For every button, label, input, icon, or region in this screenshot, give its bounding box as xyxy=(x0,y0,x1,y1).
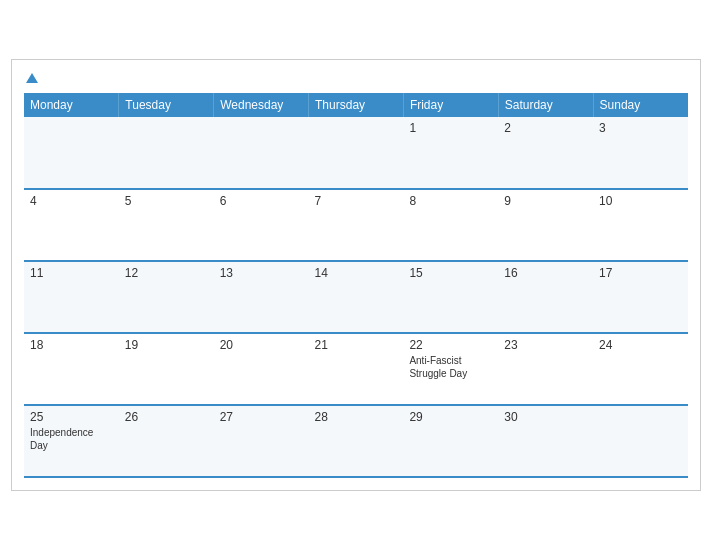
day-number: 24 xyxy=(599,338,682,352)
calendar-cell: 15 xyxy=(403,261,498,333)
day-number: 29 xyxy=(409,410,492,424)
calendar-cell: 5 xyxy=(119,189,214,261)
day-number: 8 xyxy=(409,194,492,208)
weekday-header-tuesday: Tuesday xyxy=(119,93,214,117)
calendar-cell xyxy=(593,405,688,477)
calendar-cell: 8 xyxy=(403,189,498,261)
calendar-cell: 18 xyxy=(24,333,119,405)
calendar-cell: 30 xyxy=(498,405,593,477)
week-row-4: 1819202122Anti-Fascist Struggle Day2324 xyxy=(24,333,688,405)
calendar-cell: 26 xyxy=(119,405,214,477)
calendar-cell: 29 xyxy=(403,405,498,477)
week-row-3: 11121314151617 xyxy=(24,261,688,333)
logo-triangle xyxy=(26,73,38,83)
day-number: 17 xyxy=(599,266,682,280)
weekday-header-friday: Friday xyxy=(403,93,498,117)
day-number: 10 xyxy=(599,194,682,208)
calendar-cell xyxy=(24,117,119,189)
logo xyxy=(24,70,38,86)
calendar-cell: 6 xyxy=(214,189,309,261)
calendar-cell: 27 xyxy=(214,405,309,477)
calendar-cell: 13 xyxy=(214,261,309,333)
calendar-cell: 7 xyxy=(309,189,404,261)
calendar-cell: 12 xyxy=(119,261,214,333)
holiday-label: Anti-Fascist Struggle Day xyxy=(409,354,492,380)
day-number: 1 xyxy=(409,121,492,135)
day-number: 3 xyxy=(599,121,682,135)
day-number: 15 xyxy=(409,266,492,280)
calendar-cell: 23 xyxy=(498,333,593,405)
calendar-cell: 25Independence Day xyxy=(24,405,119,477)
weekday-header-wednesday: Wednesday xyxy=(214,93,309,117)
calendar-grid: MondayTuesdayWednesdayThursdayFridaySatu… xyxy=(24,93,688,478)
day-number: 14 xyxy=(315,266,398,280)
week-row-2: 45678910 xyxy=(24,189,688,261)
day-number: 7 xyxy=(315,194,398,208)
calendar-cell: 4 xyxy=(24,189,119,261)
calendar-cell: 9 xyxy=(498,189,593,261)
calendar: MondayTuesdayWednesdayThursdayFridaySatu… xyxy=(11,59,701,492)
calendar-cell: 28 xyxy=(309,405,404,477)
calendar-cell xyxy=(214,117,309,189)
day-number: 11 xyxy=(30,266,113,280)
day-number: 9 xyxy=(504,194,587,208)
calendar-body: 12345678910111213141516171819202122Anti-… xyxy=(24,117,688,477)
calendar-header-row: MondayTuesdayWednesdayThursdayFridaySatu… xyxy=(24,93,688,117)
day-number: 22 xyxy=(409,338,492,352)
calendar-cell: 19 xyxy=(119,333,214,405)
day-number: 6 xyxy=(220,194,303,208)
calendar-cell: 21 xyxy=(309,333,404,405)
weekday-header-thursday: Thursday xyxy=(309,93,404,117)
weekday-header-monday: Monday xyxy=(24,93,119,117)
holiday-label: Independence Day xyxy=(30,426,113,452)
calendar-header xyxy=(24,70,688,86)
calendar-cell: 17 xyxy=(593,261,688,333)
weekday-header-sunday: Sunday xyxy=(593,93,688,117)
day-number: 2 xyxy=(504,121,587,135)
calendar-cell: 22Anti-Fascist Struggle Day xyxy=(403,333,498,405)
day-number: 23 xyxy=(504,338,587,352)
weekday-header-saturday: Saturday xyxy=(498,93,593,117)
day-number: 21 xyxy=(315,338,398,352)
calendar-cell xyxy=(119,117,214,189)
day-number: 18 xyxy=(30,338,113,352)
week-row-1: 123 xyxy=(24,117,688,189)
week-row-5: 25Independence Day2627282930 xyxy=(24,405,688,477)
day-number: 4 xyxy=(30,194,113,208)
day-number: 30 xyxy=(504,410,587,424)
calendar-cell: 24 xyxy=(593,333,688,405)
day-number: 26 xyxy=(125,410,208,424)
calendar-cell: 14 xyxy=(309,261,404,333)
day-number: 28 xyxy=(315,410,398,424)
calendar-cell: 3 xyxy=(593,117,688,189)
calendar-cell: 10 xyxy=(593,189,688,261)
day-number: 12 xyxy=(125,266,208,280)
day-number: 13 xyxy=(220,266,303,280)
calendar-cell: 2 xyxy=(498,117,593,189)
calendar-cell: 11 xyxy=(24,261,119,333)
day-number: 20 xyxy=(220,338,303,352)
calendar-cell: 20 xyxy=(214,333,309,405)
day-number: 27 xyxy=(220,410,303,424)
day-number: 25 xyxy=(30,410,113,424)
calendar-cell xyxy=(309,117,404,189)
calendar-cell: 16 xyxy=(498,261,593,333)
day-number: 19 xyxy=(125,338,208,352)
day-number: 5 xyxy=(125,194,208,208)
calendar-cell: 1 xyxy=(403,117,498,189)
day-number: 16 xyxy=(504,266,587,280)
